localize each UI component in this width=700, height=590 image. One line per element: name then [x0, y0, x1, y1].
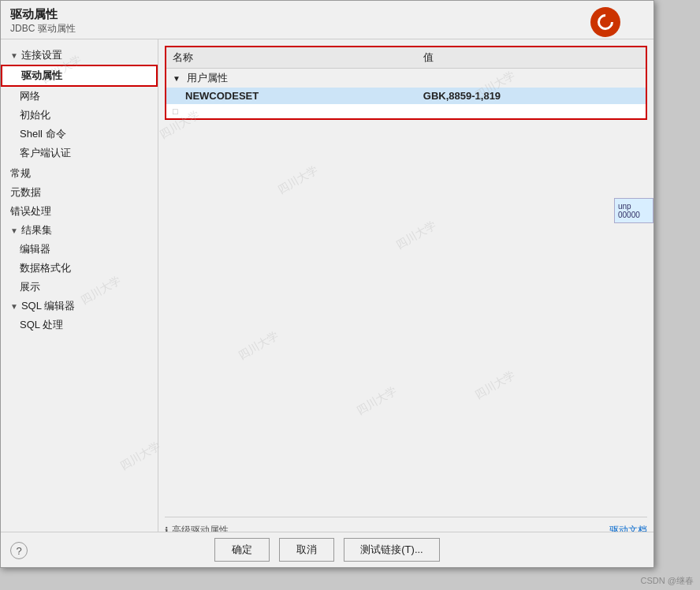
- test-connection-button[interactable]: 测试链接(T)...: [344, 538, 439, 562]
- properties-table-container: 名称 值 ▼ 用户属性: [165, 46, 647, 120]
- sidebar-item-sql-process[interactable]: SQL 处理: [1, 316, 158, 334]
- group-row-label: ▼ 用户属性: [166, 69, 646, 88]
- sidebar-item-editor[interactable]: 编辑器: [1, 240, 158, 259]
- csdn-watermark: CSDN @继春: [641, 575, 694, 587]
- prop-name-cell: NEWCODESET: [166, 88, 417, 104]
- expand-icon[interactable]: ▼: [173, 74, 181, 83]
- sidebar-item-display[interactable]: 展示: [1, 278, 158, 297]
- sidebar-init-label: 初始化: [20, 108, 50, 122]
- help-button[interactable]: ?: [10, 542, 28, 559]
- sidebar-item-result-set[interactable]: ▼ 结果集: [1, 221, 158, 240]
- sidebar-sql-editor-label: SQL 编辑器: [21, 299, 75, 313]
- sidebar-item-metadata[interactable]: 元数据: [1, 183, 158, 202]
- sidebar-item-sql-editor[interactable]: ▼ SQL 编辑器: [1, 297, 158, 316]
- ok-button[interactable]: 确定: [214, 538, 270, 562]
- dialog-header: 驱动属性 JDBC 驱动属性: [1, 1, 653, 39]
- sidebar-item-general[interactable]: 常规: [1, 164, 158, 183]
- properties-table: 名称 值 ▼ 用户属性: [166, 47, 646, 118]
- sidebar-data-format-label: 数据格式化: [20, 261, 71, 275]
- sidebar-shell-label: Shell 命令: [20, 127, 66, 141]
- sidebar-display-label: 展示: [20, 280, 40, 294]
- dialog-body: ▼ 连接设置 驱动属性 网络 初始化 Shell 命令: [1, 39, 653, 547]
- right-panel: unp 00000: [614, 198, 653, 223]
- sidebar-client-auth-label: 客户端认证: [20, 146, 71, 160]
- sidebar-item-client-auth[interactable]: 客户端认证: [1, 144, 158, 162]
- sidebar-item-driver-props[interactable]: 驱动属性: [1, 65, 158, 87]
- right-panel-line1: unp: [618, 202, 650, 211]
- sidebar-general-label: 常规: [10, 166, 31, 181]
- sidebar-metadata-label: 元数据: [10, 185, 41, 200]
- table-value-row[interactable]: NEWCODESET GBK,8859-1,819: [166, 88, 646, 104]
- sidebar-item-shell[interactable]: Shell 命令: [1, 125, 158, 144]
- sidebar-network-label: 网络: [20, 89, 40, 103]
- content-spacer: [165, 126, 647, 517]
- col-header-name: 名称: [166, 47, 417, 69]
- dialog-subtitle: JDBC 驱动属性: [10, 23, 76, 34]
- chevron-result-icon: ▼: [10, 226, 18, 235]
- sidebar-connection-label: 连接设置: [21, 48, 62, 62]
- sidebar-item-network[interactable]: 网络: [1, 87, 158, 106]
- sidebar-item-data-format[interactable]: 数据格式化: [1, 259, 158, 278]
- sidebar-result-set-label: 结果集: [21, 223, 52, 237]
- chevron-icon: ▼: [10, 51, 18, 60]
- app-logo: [590, 7, 622, 39]
- main-panel: 名称 值 ▼ 用户属性: [158, 39, 653, 547]
- driver-properties-dialog: 驱动属性 JDBC 驱动属性 ▼ 连接设置 驱动属性: [0, 0, 654, 568]
- col-header-value: 值: [417, 47, 646, 69]
- dialog-title: 驱动属性: [10, 7, 58, 21]
- sidebar-error-label: 错误处理: [10, 204, 51, 218]
- chevron-sql-icon: ▼: [10, 302, 18, 311]
- right-panel-line2: 00000: [618, 211, 650, 219]
- sidebar-driver-props-label: 驱动属性: [21, 69, 62, 83]
- prop-value-cell: GBK,8859-1,819: [417, 88, 646, 104]
- sidebar-item-connection[interactable]: ▼ 连接设置: [1, 46, 158, 65]
- table-empty-row[interactable]: □: [166, 104, 646, 118]
- dialog-footer: ? 确定 取消 测试链接(T)...: [1, 532, 653, 567]
- table-group-row: ▼ 用户属性: [166, 69, 646, 88]
- connection-group: ▼ 连接设置 驱动属性 网络 初始化 Shell 命令: [1, 46, 158, 162]
- sidebar: ▼ 连接设置 驱动属性 网络 初始化 Shell 命令: [1, 39, 158, 547]
- cancel-button[interactable]: 取消: [279, 538, 334, 562]
- sidebar-editor-label: 编辑器: [20, 242, 50, 256]
- sidebar-item-error-handling[interactable]: 错误处理: [1, 202, 158, 221]
- sidebar-item-init[interactable]: 初始化: [1, 106, 158, 125]
- sidebar-sql-process-label: SQL 处理: [20, 318, 63, 332]
